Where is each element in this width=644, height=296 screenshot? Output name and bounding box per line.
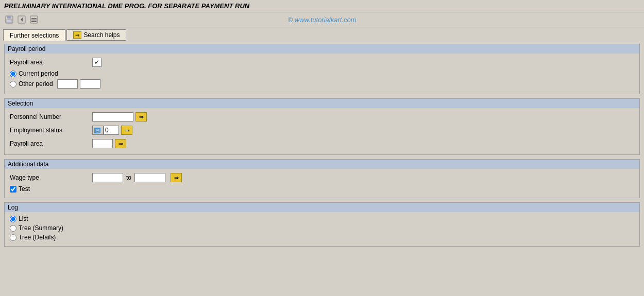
status-icon: ⊟	[94, 128, 100, 133]
wage-type-row: Wage type to ⇒	[10, 172, 634, 183]
current-period-label: Current period	[19, 70, 58, 77]
personnel-number-input[interactable]	[92, 112, 133, 121]
current-period-radio[interactable]	[10, 71, 16, 77]
tab-further-selections[interactable]: Further selections	[3, 29, 65, 41]
back-icon[interactable]	[16, 14, 27, 25]
log-list-row: List	[10, 215, 634, 222]
to-label: to	[126, 174, 131, 181]
log-list-radio[interactable]	[10, 216, 16, 222]
payroll-area-row: Payroll area ✓	[10, 57, 634, 68]
log-tree-summary-radio[interactable]	[10, 225, 16, 232]
toolbar: © www.tutorialkart.com	[0, 12, 644, 27]
selection-body: Personnel Number ⇒ Employment status ⊟ ⇒…	[5, 108, 639, 154]
additional-data-section: Additional data Wage type to ⇒ Test	[4, 159, 640, 198]
wage-type-label: Wage type	[10, 174, 92, 181]
other-period-label: Other period	[19, 80, 53, 88]
other-period-row: Other period	[10, 79, 634, 89]
log-tree-details-label: Tree (Details)	[19, 234, 56, 241]
additional-data-header: Additional data	[5, 160, 639, 169]
other-period-inputs	[57, 79, 100, 89]
search-helps-label: Search helps	[83, 31, 120, 39]
test-label: Test	[19, 185, 30, 193]
search-helps-arrow-icon: ⇒	[73, 31, 81, 39]
payroll-area-checkbox[interactable]: ✓	[92, 58, 101, 67]
personnel-number-arrow-btn[interactable]: ⇒	[135, 112, 147, 121]
main-content: Payroll period Payroll area ✓ Current pe…	[0, 41, 644, 254]
log-section: Log List Tree (Summary) Tree (Details)	[4, 202, 640, 247]
employment-status-arrow-btn[interactable]: ⇒	[121, 126, 132, 135]
selection-section: Selection Personnel Number ⇒ Employment …	[4, 98, 640, 155]
employment-status-input[interactable]	[104, 126, 119, 135]
selection-header: Selection	[5, 99, 639, 108]
employment-status-label: Employment status	[10, 127, 92, 134]
payroll-period-section: Payroll period Payroll area ✓ Current pe…	[4, 44, 640, 94]
log-body: List Tree (Summary) Tree (Details)	[5, 212, 639, 246]
personnel-number-label: Personnel Number	[10, 113, 92, 120]
log-tree-summary-row: Tree (Summary)	[10, 224, 634, 232]
payroll-period-header: Payroll period	[5, 44, 639, 54]
log-tree-summary-label: Tree (Summary)	[19, 224, 63, 232]
selection-payroll-area-row: Payroll area ⇒	[10, 138, 634, 149]
save-icon[interactable]	[4, 14, 14, 25]
payroll-area-label: Payroll area	[10, 59, 92, 66]
employment-status-row: Employment status ⊟ ⇒	[10, 125, 634, 136]
selection-payroll-area-input[interactable]	[92, 139, 113, 148]
page-title: PRELIMINARY INTERNATIONAL DME PROG. FOR …	[4, 2, 249, 10]
log-tree-details-row: Tree (Details)	[10, 234, 634, 241]
current-period-row: Current period	[10, 70, 634, 77]
tab-search-helps[interactable]: ⇒ Search helps	[66, 29, 126, 41]
additional-data-body: Wage type to ⇒ Test	[5, 169, 639, 198]
log-tree-details-radio[interactable]	[10, 234, 16, 241]
employment-status-selector[interactable]: ⊟	[92, 126, 104, 135]
svg-rect-2	[7, 20, 12, 23]
other-period-radio[interactable]	[10, 81, 16, 88]
wage-type-arrow-btn[interactable]: ⇒	[171, 173, 182, 182]
personnel-number-row: Personnel Number ⇒	[10, 111, 634, 123]
selection-payroll-area-arrow-btn[interactable]: ⇒	[115, 139, 126, 148]
wage-type-from-input[interactable]	[92, 173, 123, 182]
title-bar: PRELIMINARY INTERNATIONAL DME PROG. FOR …	[0, 0, 644, 12]
other-period-input2[interactable]	[80, 79, 100, 89]
tabs-bar: Further selections ⇒ Search helps	[0, 27, 644, 41]
svg-rect-6	[31, 18, 37, 19]
svg-rect-1	[7, 16, 11, 19]
payroll-period-body: Payroll area ✓ Current period Other peri…	[5, 54, 639, 94]
log-list-label: List	[19, 215, 28, 222]
other-period-input1[interactable]	[57, 79, 78, 89]
menu-icon[interactable]	[29, 14, 39, 25]
further-selections-label: Further selections	[10, 32, 59, 39]
test-checkbox[interactable]	[10, 186, 16, 193]
wage-type-to-input[interactable]	[134, 173, 165, 182]
svg-rect-7	[31, 20, 37, 21]
watermark: © www.tutorialkart.com	[287, 16, 356, 24]
selection-payroll-area-label: Payroll area	[10, 140, 92, 147]
toolbar-icons	[4, 14, 39, 25]
test-row: Test	[10, 185, 634, 193]
svg-rect-8	[31, 21, 37, 22]
log-header: Log	[5, 203, 639, 212]
